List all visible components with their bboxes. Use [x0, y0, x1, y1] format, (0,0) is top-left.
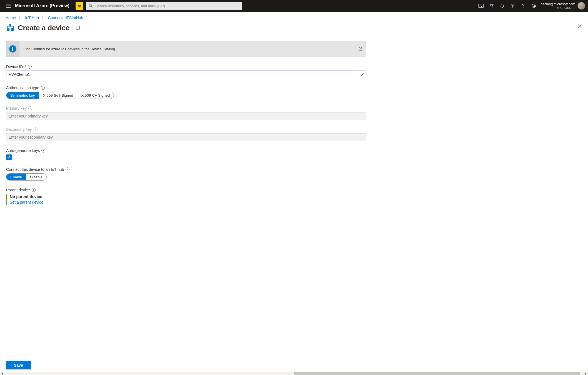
svg-point-18: [532, 4, 536, 8]
iot-device-icon: [6, 23, 15, 33]
page-title: Create a device: [18, 24, 69, 32]
breadcrumb-home[interactable]: Home: [6, 16, 16, 20]
notifications-icon[interactable]: [499, 3, 505, 9]
svg-line-30: [360, 48, 362, 49]
info-banner-text: Find Certified for Azure IoT devices in …: [19, 47, 119, 51]
svg-line-5: [78, 5, 78, 6]
horizontal-scrollbar[interactable]: ◀ ▶: [0, 372, 588, 375]
svg-rect-21: [7, 28, 9, 31]
info-tooltip-icon[interactable]: i: [32, 188, 36, 192]
breadcrumb-hubname[interactable]: ConnectedFSIotHub: [48, 16, 83, 20]
auth-type-toggle: Symmetric key X.509 Self-Signed X.509 CA…: [6, 92, 114, 99]
device-id-input[interactable]: [6, 71, 366, 78]
set-parent-link[interactable]: Set a parent device: [10, 200, 43, 204]
info-tooltip-icon[interactable]: i: [66, 168, 69, 171]
breadcrumb-iothub[interactable]: IoT Hub: [25, 16, 39, 20]
footer-bar: Save: [0, 358, 588, 372]
svg-rect-29: [12, 48, 13, 51]
svg-rect-24: [76, 26, 79, 29]
filter-icon[interactable]: [489, 3, 494, 9]
chevron-right-icon: 〉: [19, 16, 22, 20]
parent-device-label: Parent device: [6, 188, 30, 192]
primary-key-input: [6, 112, 366, 120]
svg-point-11: [89, 4, 91, 7]
breadcrumb: Home 〉 IoT Hub 〉 ConnectedFSIotHub 〉: [0, 12, 588, 22]
svg-point-20: [534, 5, 535, 6]
cloud-shell-icon[interactable]: [478, 3, 484, 9]
connect-hub-disable[interactable]: Disable: [26, 174, 46, 180]
auto-generate-label: Auto-generate keys: [6, 148, 40, 153]
svg-line-6: [80, 5, 81, 6]
brand-title: Microsoft Azure (Preview): [15, 3, 69, 8]
svg-line-10: [80, 7, 81, 8]
auth-type-label: Authentication type: [6, 86, 39, 90]
connect-hub-toggle: Enable Disable: [6, 173, 47, 181]
info-tooltip-icon[interactable]: i: [41, 149, 45, 152]
auth-type-symmetric[interactable]: Symmetric key: [6, 92, 39, 99]
avatar: [577, 2, 585, 10]
top-icon-group: [478, 3, 537, 9]
auto-generate-checkbox[interactable]: [6, 154, 12, 160]
secondary-key-input: [6, 133, 366, 141]
info-icon: [6, 41, 19, 57]
primary-key-label: Primary key: [6, 106, 27, 111]
svg-point-28: [12, 47, 13, 48]
svg-rect-23: [9, 24, 11, 27]
svg-rect-22: [11, 28, 14, 31]
chevron-right-icon: 〉: [42, 16, 45, 20]
scroll-right-arrow[interactable]: ▶: [584, 372, 588, 375]
info-banner: Find Certified for Azure IoT devices in …: [6, 41, 366, 57]
top-bar: Microsoft Azure (Preview): [0, 0, 588, 12]
svg-point-15: [492, 6, 494, 8]
external-link-icon[interactable]: [358, 47, 362, 51]
info-tooltip-icon[interactable]: i: [28, 106, 32, 110]
info-tooltip-icon[interactable]: i: [28, 65, 32, 69]
save-button[interactable]: Save: [6, 361, 31, 369]
info-tooltip-icon[interactable]: i: [41, 86, 45, 90]
scroll-thumb[interactable]: [294, 372, 580, 375]
search-input-wrap[interactable]: [86, 2, 242, 10]
no-parent-text: No parent device: [10, 194, 366, 199]
svg-line-12: [91, 6, 93, 8]
menu-icon[interactable]: [4, 2, 12, 10]
auth-type-x509-self[interactable]: X.509 Self-Signed: [39, 92, 77, 99]
check-icon: [360, 72, 364, 76]
bug-icon[interactable]: [76, 2, 83, 10]
connect-hub-label: Connect this device to an IoT hub: [6, 167, 64, 172]
scroll-left-arrow[interactable]: ◀: [0, 372, 4, 375]
device-id-label: Device ID: [6, 64, 23, 69]
svg-point-16: [512, 5, 513, 6]
help-icon[interactable]: [520, 3, 526, 9]
svg-rect-13: [479, 4, 484, 8]
chevron-right-icon: 〉: [86, 16, 89, 20]
secondary-key-label: Secondary key: [6, 127, 32, 132]
svg-point-19: [533, 5, 533, 6]
auth-type-x509-ca[interactable]: X.509 CA Signed: [77, 92, 114, 99]
required-indicator: *: [25, 64, 26, 69]
pin-icon[interactable]: [76, 26, 80, 30]
info-tooltip-icon[interactable]: i: [34, 128, 38, 131]
search-input[interactable]: [95, 4, 239, 8]
user-email: daclar@microsoft.com: [540, 2, 575, 6]
close-icon[interactable]: [577, 24, 582, 28]
search-icon: [89, 4, 93, 8]
user-org: MICROSOFT: [557, 6, 575, 9]
settings-icon[interactable]: [510, 3, 515, 9]
svg-line-9: [78, 7, 79, 8]
svg-point-17: [523, 7, 524, 8]
user-menu[interactable]: daclar@microsoft.com MICROSOFT: [540, 2, 586, 10]
feedback-icon[interactable]: [531, 3, 537, 9]
connect-hub-enable[interactable]: Enable: [6, 174, 26, 180]
